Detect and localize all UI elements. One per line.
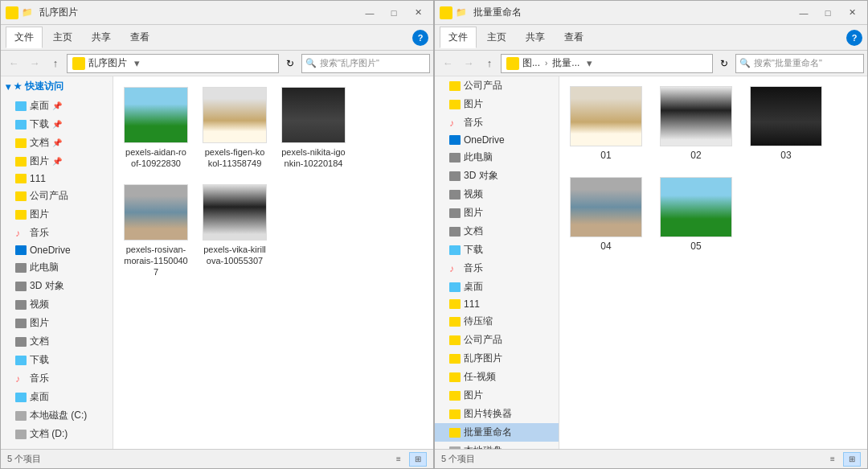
left-sidebar-item-pics2[interactable]: 图片 (1, 314, 113, 332)
left-back-button[interactable]: ← (4, 54, 23, 73)
left-sidebar-music2-label: 音乐 (30, 372, 49, 385)
right-search-bar[interactable]: 🔍 搜索"批量重命名" (735, 54, 864, 73)
right-help-button[interactable]: ? (846, 30, 862, 46)
right-file-item-1[interactable]: 01 (566, 83, 646, 164)
right-grid-view-button[interactable]: ⊞ (843, 452, 861, 467)
left-status-text: 5 个项目 (7, 453, 41, 465)
left-forward-button[interactable]: → (25, 54, 44, 73)
right-address-dropdown-button[interactable]: ▾ (583, 54, 596, 73)
left-close-button[interactable]: ✕ (407, 5, 428, 21)
right-status-text: 5 个项目 (441, 453, 475, 465)
right-forward-button[interactable]: → (459, 54, 478, 73)
left-sidebar-item-docs2[interactable]: 文档 (1, 332, 113, 351)
right-tab-home[interactable]: 主页 (478, 27, 515, 48)
left-grid-view-button[interactable]: ⊞ (409, 452, 427, 467)
left-file-name-3: pexels-nikita-igonkin-10220184 (281, 146, 346, 170)
right-sidebar-item-pics[interactable]: 图片 (435, 204, 559, 222)
left-file-item-3[interactable]: pexels-nikita-igonkin-10220184 (277, 83, 350, 174)
right-list-view-button[interactable]: ≡ (824, 452, 841, 467)
right-maximize-button[interactable]: □ (817, 5, 838, 21)
right-sidebar-item-images[interactable]: 图片 (435, 386, 559, 405)
left-tab-file[interactable]: 文件 (6, 27, 43, 48)
left-sidebar-item-111[interactable]: 111 (1, 171, 113, 187)
left-sidebar-item-onedrive[interactable]: OneDrive (1, 242, 113, 258)
left-sidebar-item-downloads[interactable]: 下载 📌 (1, 115, 113, 134)
left-sidebar-desktop2-label: 桌面 (30, 390, 49, 404)
right-sidebar-item-company2[interactable]: 公司产品 (435, 331, 559, 349)
left-sidebar-item-music[interactable]: ♪ 音乐 (1, 224, 113, 242)
right-main-area: 公司产品 图片 ♪ 音乐 OneDrive 此电脑 3D 对象 (435, 76, 867, 449)
left-file-item-4[interactable]: pexels-rosivan-morais-11500407 (120, 180, 192, 282)
right-file-item-4[interactable]: 04 (566, 174, 646, 255)
left-file-item-1[interactable]: pexels-aidan-roof-10922830 (120, 83, 192, 174)
left-sidebar-item-desktop[interactable]: 桌面 📌 (1, 97, 113, 115)
left-maximize-button[interactable]: □ (383, 5, 404, 21)
right-address-bar[interactable]: 图... › 批量... ▾ (501, 54, 713, 73)
left-tab-share[interactable]: 共享 (83, 27, 120, 48)
right-sidebar-item-music[interactable]: ♪ 音乐 (435, 113, 559, 132)
right-sidebar-item-renavideo[interactable]: 任-视频 (435, 368, 559, 386)
left-tab-home[interactable]: 主页 (44, 27, 81, 48)
right-file-item-3[interactable]: 03 (746, 83, 826, 164)
left-sidebar-item-drived[interactable]: 文档 (D:) (1, 425, 113, 443)
right-up-button[interactable]: ↑ (480, 54, 499, 73)
left-search-bar[interactable]: 🔍 搜索"乱序图片" (301, 54, 430, 73)
right-sidebar-item-111[interactable]: 111 (435, 296, 559, 312)
right-tab-file[interactable]: 文件 (440, 27, 477, 48)
left-sidebar-item-downloads2[interactable]: 下载 (1, 351, 113, 369)
left-file-item-2[interactable]: pexels-figen-kokol-11358749 (199, 83, 271, 174)
right-sidebar-item-music2[interactable]: ♪ 音乐 (435, 259, 559, 278)
right-sidebar-item-random[interactable]: 乱序图片 (435, 349, 559, 368)
right-sidebar-renavideo-label: 任-视频 (464, 370, 496, 384)
left-minimize-button[interactable]: — (359, 5, 380, 21)
left-address-folder-icon (72, 57, 85, 70)
right-sidebar-item-desktop[interactable]: 桌面 (435, 278, 559, 296)
left-up-button[interactable]: ↑ (46, 54, 65, 73)
left-sidebar-quick-access[interactable]: ▾ ★ 快速访问 (1, 76, 113, 97)
right-file-item-5[interactable]: 05 (656, 174, 736, 255)
right-sidebar-item-drive[interactable]: 本地磁盘 (435, 442, 559, 449)
right-sidebar-item-onedrive[interactable]: OneDrive (435, 132, 559, 148)
right-back-button[interactable]: ← (438, 54, 457, 73)
left-sidebar-item-music2[interactable]: ♪ 音乐 (1, 369, 113, 388)
left-list-view-button[interactable]: ≡ (390, 452, 407, 467)
right-address-part1: 图... (522, 56, 540, 70)
left-sidebar-video-label: 视频 (30, 298, 49, 311)
right-sidebar-item-compress[interactable]: 待压缩 (435, 312, 559, 331)
right-minimize-button[interactable]: — (793, 5, 814, 21)
right-sidebar-compress-label: 待压缩 (464, 315, 493, 328)
left-sidebar-item-images[interactable]: 图片 (1, 205, 113, 224)
left-sidebar-pictures-label: 图片 (30, 154, 49, 168)
right-file-name-2: 02 (690, 150, 701, 161)
left-address-bar[interactable]: 乱序图片 ▾ (67, 54, 279, 73)
right-tab-share[interactable]: 共享 (517, 27, 554, 48)
right-close-button[interactable]: ✕ (841, 5, 862, 21)
right-sidebar-item-video[interactable]: 视频 (435, 185, 559, 204)
left-refresh-button[interactable]: ↻ (280, 54, 300, 73)
right-refresh-button[interactable]: ↻ (714, 54, 734, 73)
left-sidebar-item-pictures[interactable]: 图片 📌 (1, 152, 113, 171)
right-tab-view[interactable]: 查看 (555, 27, 592, 48)
left-sidebar-item-desktop2[interactable]: 桌面 (1, 388, 113, 406)
left-sidebar-item-drivec[interactable]: 本地磁盘 (C:) (1, 406, 113, 425)
right-sidebar-item-downloads[interactable]: 下载 (435, 241, 559, 259)
right-sidebar-item-docs[interactable]: 文档 (435, 222, 559, 241)
right-sidebar-item-thispc[interactable]: 此电脑 (435, 148, 559, 167)
right-sidebar-item-company[interactable]: 公司产品 (435, 76, 559, 95)
left-sidebar-item-video[interactable]: 视频 (1, 295, 113, 314)
right-sidebar-item-3d[interactable]: 3D 对象 (435, 167, 559, 185)
left-sidebar-item-docs[interactable]: 文档 📌 (1, 134, 113, 152)
right-file-item-2[interactable]: 02 (656, 83, 736, 164)
right-sidebar-item-pictures[interactable]: 图片 (435, 95, 559, 113)
left-file-thumb-4 (124, 184, 188, 241)
left-address-dropdown-button[interactable]: ▾ (130, 54, 143, 73)
left-sidebar-item-thispc[interactable]: 此电脑 (1, 258, 113, 277)
right-docs-icon (449, 227, 461, 237)
left-sidebar-item-3dobjects[interactable]: 3D 对象 (1, 277, 113, 295)
right-sidebar-item-converter[interactable]: 图片转换器 (435, 405, 559, 423)
left-tab-view[interactable]: 查看 (121, 27, 158, 48)
left-help-button[interactable]: ? (412, 30, 428, 46)
left-sidebar-item-company[interactable]: 公司产品 (1, 187, 113, 205)
right-sidebar-item-batchrename[interactable]: 批量重命名 (435, 423, 559, 442)
left-file-item-5[interactable]: pexels-vika-kirillova-10055307 (199, 180, 271, 282)
